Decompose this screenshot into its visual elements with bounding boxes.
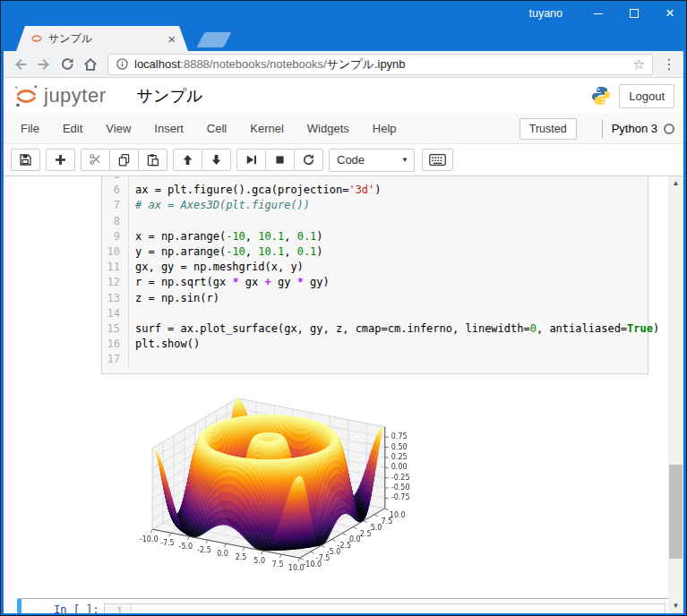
line-number: 12	[102, 275, 129, 290]
save-button[interactable]	[11, 149, 40, 171]
line-number: 9	[102, 229, 129, 244]
run-icon	[245, 153, 258, 167]
jupyter-logo-icon	[13, 82, 39, 109]
menu-cell[interactable]: Cell	[195, 114, 238, 144]
line-number: 1	[105, 604, 132, 613]
insert-below-icon	[54, 153, 67, 167]
interrupt-icon	[273, 153, 287, 167]
scrollbar[interactable]: ▲ ▼	[668, 176, 683, 613]
forward-icon[interactable]	[32, 54, 56, 75]
bookmark-star-icon[interactable]: ☆	[633, 56, 645, 73]
trusted-badge[interactable]: Trusted	[520, 118, 577, 140]
reload-icon[interactable]	[56, 54, 79, 75]
jupyter-wordmark[interactable]: jupyter	[44, 84, 107, 107]
notebook-title[interactable]: サンプル	[137, 85, 203, 107]
keyboard-icon	[429, 153, 446, 167]
toolbar: Code ▼	[4, 144, 683, 176]
browser-menu-icon[interactable]: ⋮	[660, 56, 678, 73]
surface-plot-output	[134, 389, 434, 593]
tab-close-icon[interactable]: ×	[167, 32, 176, 46]
menu-help[interactable]: Help	[361, 114, 408, 144]
line-number: 8	[102, 214, 129, 229]
logout-button[interactable]: Logout	[619, 84, 674, 108]
url-input[interactable]: localhost:8888/notebooks/notebooks/サンプル.…	[107, 54, 653, 75]
cell-prompt: In [ ]:	[54, 603, 104, 613]
scroll-up-icon[interactable]: ▲	[668, 176, 683, 191]
scrollbar-thumb[interactable]	[669, 465, 683, 559]
minimize-icon[interactable]: ─	[592, 7, 605, 20]
kernel-divider	[602, 120, 603, 138]
maximize-icon[interactable]	[628, 7, 640, 20]
cut-icon	[89, 153, 102, 167]
command-palette-button[interactable]	[422, 149, 453, 171]
titlebar: tuyano ─ ×	[4, 1, 683, 26]
cut-button[interactable]	[81, 149, 110, 171]
code-line: 10y = np.arange(-10, 10.1, 0.1)	[102, 244, 648, 260]
menu-widgets[interactable]: Widgets	[296, 114, 361, 144]
line-number: 5	[102, 176, 129, 183]
line-number: 7	[102, 198, 129, 213]
code-line: 12r = np.sqrt(gx * gx + gy * gy)	[102, 275, 648, 290]
line-number: 10	[102, 244, 129, 260]
menu-insert[interactable]: Insert	[142, 114, 195, 144]
code-cell[interactable]: 56ax = plt.figure().gca(projection='3d')…	[101, 176, 648, 374]
line-number: 13	[102, 291, 129, 306]
menu-file[interactable]: File	[9, 114, 51, 144]
paste-icon	[146, 153, 159, 167]
copy-icon	[117, 153, 131, 167]
cell-input[interactable]: 1	[104, 603, 666, 613]
empty-cell-selected[interactable]: In [ ]: 1	[17, 598, 670, 613]
notebook-area: 56ax = plt.figure().gca(projection='3d')…	[4, 176, 683, 613]
new-tab-button[interactable]	[196, 32, 231, 47]
restart-button[interactable]	[294, 149, 323, 171]
jupyter-favicon-icon	[30, 32, 43, 45]
copy-button[interactable]	[109, 149, 139, 171]
move-up-icon	[181, 153, 194, 167]
code-line: 14	[102, 306, 648, 321]
kernel-name: Python 3	[612, 122, 657, 135]
tab-strip: サンプル ×	[4, 26, 683, 51]
line-number: 16	[102, 337, 129, 352]
move-down-button[interactable]	[202, 149, 231, 171]
code-line: 16plt.show()	[102, 337, 648, 352]
run-button[interactable]	[236, 149, 266, 171]
info-icon	[116, 57, 129, 71]
code-line: 13z = np.sin(r)	[102, 291, 648, 306]
cell-type-select[interactable]: Code ▼	[329, 149, 415, 172]
code-line: 15surf = ax.plot_surface(gx, gy, z, cmap…	[102, 321, 648, 337]
code-line: 5	[102, 176, 648, 183]
line-number: 6	[102, 183, 129, 198]
back-icon[interactable]	[9, 54, 32, 75]
profile-username: tuyano	[528, 7, 562, 20]
code-line: 9x = np.arange(-10, 10.1, 0.1)	[102, 229, 648, 244]
browser-tab[interactable]: サンプル ×	[16, 26, 188, 51]
tab-title: サンプル	[48, 31, 167, 47]
code-line: 7# ax = Axes3D(plt.figure())	[102, 198, 648, 213]
interrupt-button[interactable]	[265, 149, 295, 171]
move-up-button[interactable]	[173, 149, 202, 171]
code-line: 8	[102, 214, 648, 229]
url-text: localhost:8888/notebooks/notebooks/サンプル.…	[134, 56, 633, 73]
move-down-icon	[210, 153, 223, 167]
code-line: 11gx, gy = np.meshgrid(x, y)	[102, 260, 648, 275]
code-line: 17	[102, 352, 648, 367]
address-bar: localhost:8888/notebooks/notebooks/サンプル.…	[4, 51, 683, 78]
line-number: 15	[102, 321, 129, 337]
restart-icon	[302, 153, 315, 167]
close-icon[interactable]: ×	[664, 7, 676, 20]
menu-kernel[interactable]: Kernel	[238, 114, 296, 144]
menu-view[interactable]: View	[94, 114, 142, 144]
paste-button[interactable]	[138, 149, 167, 171]
chevron-down-icon: ▼	[401, 156, 408, 164]
menu-edit[interactable]: Edit	[51, 114, 94, 144]
save-icon	[19, 153, 32, 167]
python-logo-icon	[590, 85, 612, 107]
kernel-status-icon	[664, 124, 674, 134]
window-controls: ─ ×	[592, 1, 676, 26]
jupyter-page: jupyter サンプル Logout File Edit View Inser…	[4, 78, 683, 613]
home-icon[interactable]	[79, 54, 102, 75]
insert-below-button[interactable]	[46, 149, 75, 171]
jupyter-header: jupyter サンプル Logout	[4, 78, 683, 114]
scroll-down-icon[interactable]: ▼	[668, 599, 683, 613]
code-line: 6ax = plt.figure().gca(projection='3d')	[102, 183, 648, 198]
